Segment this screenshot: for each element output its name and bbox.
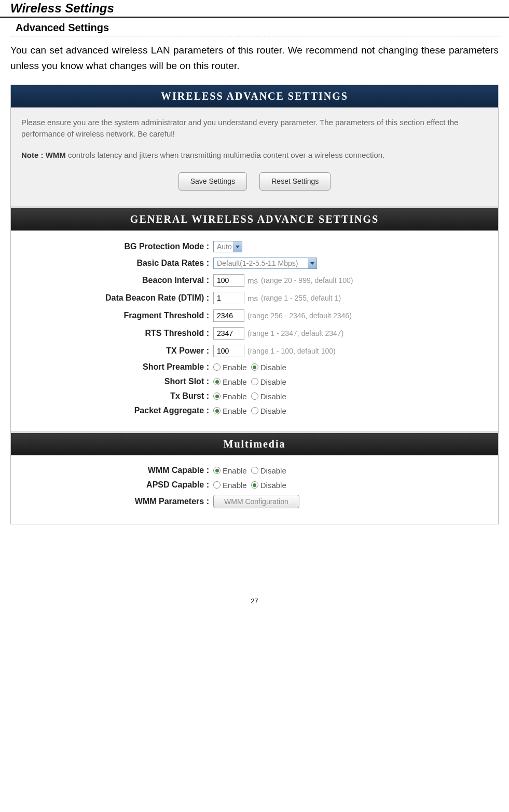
packet-aggregate-row: Packet Aggregate : Enable Disable [21, 406, 488, 415]
packet-aggregate-disable[interactable]: Disable [251, 407, 286, 415]
note-block: Note : WMM controls latency and jitters … [21, 150, 488, 161]
radio-icon [213, 363, 221, 371]
page-number: 27 [0, 597, 509, 610]
packet-aggregate-enable[interactable]: Enable [213, 407, 247, 415]
wmm-capable-label: WMM Capable : [21, 466, 213, 475]
fragment-hint: (range 256 - 2346, default 2346) [247, 312, 352, 320]
short-preamble-row: Short Preamble : Enable Disable [21, 362, 488, 372]
beacon-interval-row: Beacon Interval : ms (range 20 - 999, de… [21, 274, 488, 287]
enable-label: Enable [223, 392, 247, 401]
reset-settings-button[interactable]: Reset Settings [259, 172, 331, 191]
tx-power-hint: (range 1 - 100, default 100) [247, 347, 336, 355]
bg-protection-row: BG Protection Mode : Auto [21, 241, 488, 252]
wmm-capable-disable[interactable]: Disable [251, 466, 286, 475]
save-settings-button[interactable]: Save Settings [178, 172, 247, 191]
wmm-configuration-button[interactable]: WMM Configuration [213, 495, 299, 508]
rts-label: RTS Threshold : [21, 329, 213, 338]
enable-label: Enable [223, 481, 247, 490]
page-title: Wireless Settings [0, 0, 509, 18]
settings-panel: WIRELESS ADVANCE SETTINGS Please ensure … [10, 85, 499, 525]
bg-protection-label: BG Protection Mode : [21, 242, 213, 251]
multimedia-form: WMM Capable : Enable Disable APSD Capabl… [11, 455, 498, 524]
radio-icon [251, 407, 258, 414]
dtim-input[interactable] [213, 292, 244, 304]
beacon-interval-label: Beacon Interval : [21, 276, 213, 285]
beacon-interval-input[interactable] [213, 274, 244, 287]
enable-label: Enable [223, 466, 247, 475]
basic-data-rates-select[interactable]: Default(1-2-5.5-11 Mbps) [213, 258, 317, 269]
tx-burst-label: Tx Burst : [21, 391, 213, 401]
basic-data-rates-label: Basic Data Rates : [21, 259, 213, 268]
multimedia-header: Multimedia [11, 433, 498, 455]
disable-label: Disable [260, 377, 286, 386]
short-preamble-disable[interactable]: Disable [251, 363, 286, 372]
dtim-hint: (range 1 - 255, default 1) [261, 294, 341, 302]
short-preamble-label: Short Preamble : [21, 362, 213, 372]
wireless-advance-header: WIRELESS ADVANCE SETTINGS [11, 85, 498, 107]
short-slot-label: Short Slot : [21, 377, 213, 386]
radio-icon [251, 467, 258, 474]
dtim-label: Data Beacon Rate (DTIM) : [21, 293, 213, 303]
disable-label: Disable [260, 466, 286, 475]
bg-protection-select[interactable]: Auto [213, 241, 242, 252]
apsd-capable-row: APSD Capable : Enable Disable [21, 480, 488, 490]
basic-data-rates-row: Basic Data Rates : Default(1-2-5.5-11 Mb… [21, 258, 488, 269]
radio-icon [251, 378, 258, 385]
rts-input[interactable] [213, 327, 244, 340]
short-slot-disable[interactable]: Disable [251, 377, 286, 386]
radio-icon [213, 378, 221, 385]
dtim-unit: ms [247, 294, 258, 303]
radio-icon [213, 393, 221, 400]
rts-row: RTS Threshold : (range 1 - 2347, default… [21, 327, 488, 340]
enable-label: Enable [223, 363, 247, 372]
beacon-interval-unit: ms [247, 276, 258, 285]
radio-icon [213, 407, 221, 414]
radio-icon [251, 481, 258, 489]
tx-power-row: TX Power : (range 1 - 100, default 100) [21, 345, 488, 357]
button-row: Save Settings Reset Settings [21, 172, 488, 191]
tx-burst-row: Tx Burst : Enable Disable [21, 391, 488, 401]
short-preamble-enable[interactable]: Enable [213, 363, 247, 372]
intro-text: You can set advanced wireless LAN parame… [0, 43, 509, 85]
disable-label: Disable [260, 363, 286, 372]
fragment-input[interactable] [213, 309, 244, 322]
disable-label: Disable [260, 407, 286, 415]
general-wireless-header: GENERAL WIRELESS ADVANCE SETTINGS [11, 208, 498, 231]
section-subtitle: Advanced Settings [0, 22, 509, 34]
wmm-capable-row: WMM Capable : Enable Disable [21, 466, 488, 475]
divider [10, 36, 499, 36]
general-form: BG Protection Mode : Auto Basic Data Rat… [11, 231, 498, 431]
disable-label: Disable [260, 481, 286, 490]
wmm-capable-enable[interactable]: Enable [213, 466, 247, 475]
tx-burst-enable[interactable]: Enable [213, 392, 247, 401]
info-text: Please ensure you are the system adminis… [21, 117, 488, 140]
beacon-interval-hint: (range 20 - 999, default 100) [261, 276, 353, 285]
fragment-label: Fragment Threshold : [21, 311, 213, 320]
apsd-capable-disable[interactable]: Disable [251, 481, 286, 490]
disable-label: Disable [260, 392, 286, 401]
apsd-capable-label: APSD Capable : [21, 480, 213, 490]
enable-label: Enable [223, 407, 247, 415]
chevron-down-icon [233, 241, 242, 252]
short-slot-row: Short Slot : Enable Disable [21, 377, 488, 386]
enable-label: Enable [223, 377, 247, 386]
packet-aggregate-label: Packet Aggregate : [21, 406, 213, 415]
basic-data-rates-value: Default(1-2-5.5-11 Mbps) [213, 258, 317, 269]
note-text: controls latency and jitters when transm… [66, 151, 384, 159]
chevron-down-icon [308, 258, 317, 268]
info-box: Please ensure you are the system adminis… [11, 107, 498, 207]
radio-icon [213, 481, 221, 489]
apsd-capable-enable[interactable]: Enable [213, 481, 247, 490]
radio-icon [251, 393, 258, 400]
wmm-params-label: WMM Parameters : [21, 497, 213, 506]
fragment-row: Fragment Threshold : (range 256 - 2346, … [21, 309, 488, 322]
short-slot-enable[interactable]: Enable [213, 377, 247, 386]
note-label: Note : WMM [21, 151, 66, 159]
radio-icon [251, 363, 258, 371]
tx-power-label: TX Power : [21, 346, 213, 356]
tx-burst-disable[interactable]: Disable [251, 392, 286, 401]
tx-power-input[interactable] [213, 345, 244, 357]
wmm-params-row: WMM Parameters : WMM Configuration [21, 495, 488, 508]
rts-hint: (range 1 - 2347, default 2347) [247, 329, 343, 337]
dtim-row: Data Beacon Rate (DTIM) : ms (range 1 - … [21, 292, 488, 304]
